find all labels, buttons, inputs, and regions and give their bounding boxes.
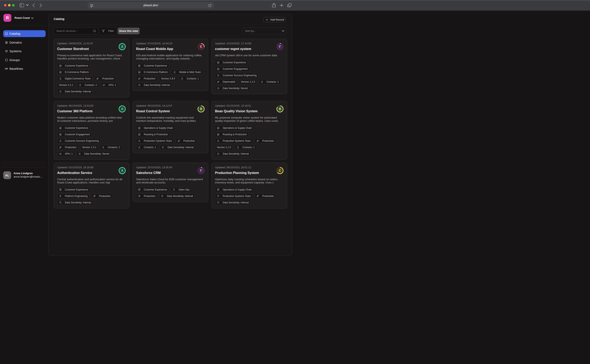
svg-text:A: A [121, 45, 123, 48]
svg-text:B: B [200, 107, 202, 111]
svg-text:E: E [200, 45, 202, 48]
svg-text:C: C [279, 169, 281, 172]
svg-text:A: A [121, 107, 123, 111]
svg-text:B: B [279, 107, 281, 111]
svg-text:A: A [121, 169, 123, 172]
svg-text:F: F [279, 45, 281, 48]
svg-text:F: F [200, 169, 202, 172]
